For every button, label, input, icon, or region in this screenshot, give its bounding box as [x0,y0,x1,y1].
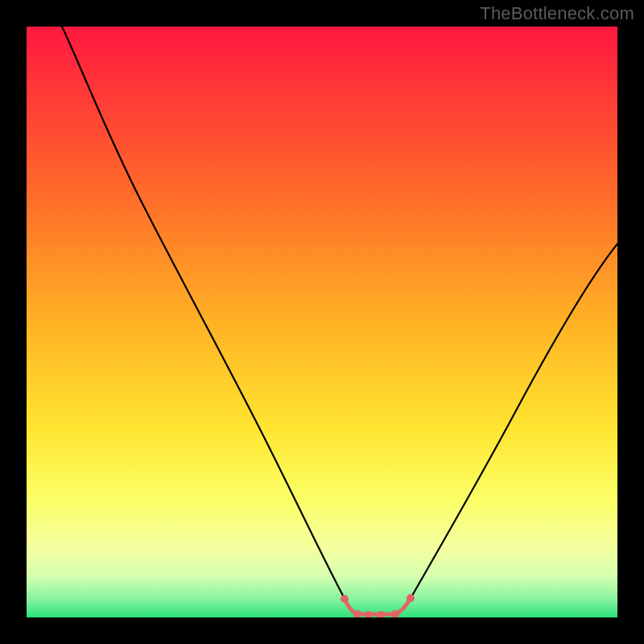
chart-frame: TheBottleneck.com [0,0,644,644]
gradient-background [27,27,617,617]
curve-dot [341,595,349,603]
curve-dot [407,594,415,602]
chart-svg [27,27,617,617]
plot-area [27,27,617,617]
watermark-text: TheBottleneck.com [480,3,634,24]
